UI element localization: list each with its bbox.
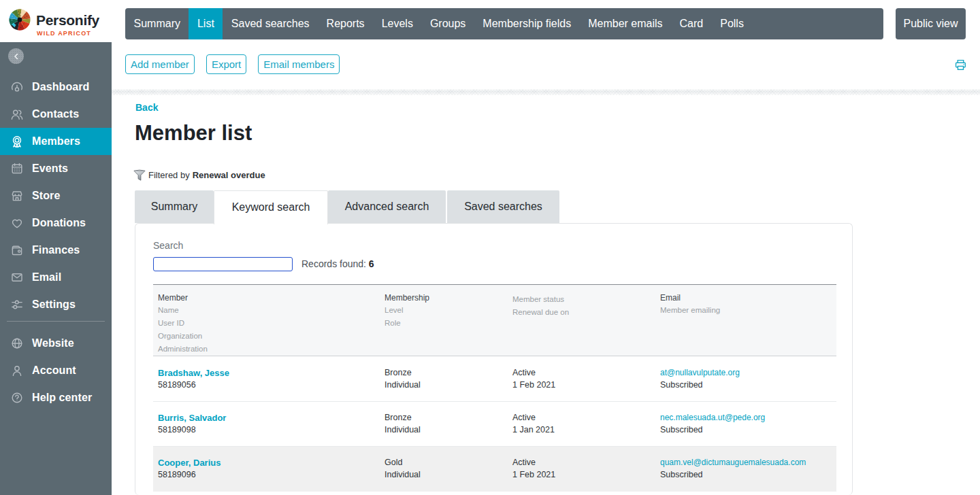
svg-text:Personify: Personify [36,12,100,28]
svg-text:WILD APRICOT: WILD APRICOT [37,30,91,37]
